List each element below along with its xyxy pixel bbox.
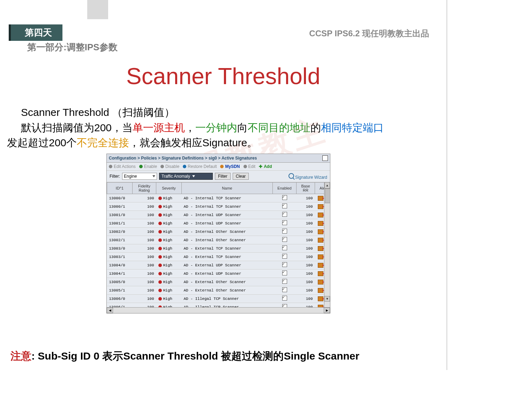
cell-id: 13004/0	[107, 261, 133, 269]
action-icon	[318, 246, 323, 251]
cell-enabled	[273, 295, 297, 303]
cell-name: AD - External Other Scanner	[182, 278, 273, 286]
cell-name: AD - Internal UDP Scanner	[182, 219, 273, 228]
cell-name: AD - Internal Other Scanner	[182, 228, 273, 236]
cell-severity: High	[156, 253, 182, 261]
cell-enabled	[273, 211, 297, 219]
cell-severity: High	[156, 269, 182, 278]
edit-button[interactable]: Edit	[243, 164, 256, 169]
cell-id: 13006/1	[107, 303, 133, 308]
checkbox-checked-icon[interactable]	[282, 212, 287, 217]
col-severity[interactable]: Severity	[156, 183, 182, 194]
cell-name: AD - External Other Scanner	[182, 286, 273, 295]
fn-c: 表示	[102, 350, 123, 362]
body-paragraph: Scanner Threshold （扫描阈值） 默认扫描阈值为200，当单一源…	[7, 105, 440, 150]
filter-button[interactable]: Filter	[215, 173, 231, 180]
plus-icon: ✚	[259, 164, 262, 169]
horizontal-scrollbar[interactable]: ◀ ▶	[107, 307, 330, 313]
filter-anomaly-combo[interactable]: Traffic Anomaly	[159, 173, 213, 180]
table-row[interactable]: 13004/1100HighAD - External UDP Scanner1…	[107, 269, 330, 278]
checkbox-checked-icon[interactable]	[282, 262, 287, 267]
action-icon	[318, 271, 323, 276]
checkbox-checked-icon[interactable]	[282, 237, 287, 242]
cell-base-rr: 100	[297, 278, 315, 286]
cell-fidelity: 100	[133, 236, 156, 244]
table-row[interactable]: 13006/1100HighAD - Illegal TCP Scanner10…	[107, 303, 330, 308]
enable-button[interactable]: Enable	[139, 164, 157, 169]
checkbox-checked-icon[interactable]	[282, 271, 287, 275]
col-id[interactable]: ID^1	[107, 183, 133, 194]
cell-base-rr: 100	[297, 295, 315, 303]
checkbox-checked-icon[interactable]	[282, 279, 287, 284]
cell-base-rr: 100	[297, 194, 315, 202]
cell-enabled	[273, 202, 297, 211]
checkbox-checked-icon[interactable]	[282, 245, 287, 250]
hscroll-track[interactable]	[113, 308, 324, 313]
edit-actions-button[interactable]: Edit Actions	[109, 164, 136, 169]
scroll-down-icon[interactable]: ▼	[324, 296, 330, 302]
cell-enabled	[273, 286, 297, 295]
col-base-rr[interactable]: Base RR	[297, 183, 315, 194]
footer-note: 注意: Sub-Sig ID 0 表示Scanner Threshold 被超过…	[10, 349, 359, 363]
signature-wizard-link[interactable]: Signature Wizard	[289, 173, 327, 180]
scroll-up-icon[interactable]: ▲	[324, 182, 330, 189]
checkbox-checked-icon[interactable]	[282, 229, 287, 234]
fn-e: 被超过检测的	[221, 350, 284, 362]
severity-high-icon	[158, 305, 162, 307]
cell-enabled	[273, 194, 297, 202]
filter-engine-combo[interactable]: Engine	[122, 173, 157, 180]
table-row[interactable]: 13000/0100HighAD - Internal TCP Scanner1…	[107, 194, 330, 202]
col-enabled[interactable]: Enabled	[273, 183, 297, 194]
checkbox-checked-icon[interactable]	[282, 204, 287, 208]
severity-high-icon	[158, 289, 162, 292]
cell-fidelity: 100	[133, 194, 156, 202]
vertical-scrollbar[interactable]: ▲ ▼	[324, 182, 330, 307]
col-fidelity[interactable]: Fidelity Rating	[133, 183, 156, 194]
cell-id: 13003/0	[107, 244, 133, 253]
cell-fidelity: 100	[133, 253, 156, 261]
restore-button[interactable]: Restore Default	[183, 164, 217, 169]
checkbox-checked-icon[interactable]	[282, 254, 287, 259]
checkbox-checked-icon[interactable]	[282, 296, 287, 301]
fn-d: Scanner Threshold	[123, 350, 221, 362]
table-row[interactable]: 13002/1100HighAD - Internal Other Scanne…	[107, 236, 330, 244]
cell-enabled	[273, 219, 297, 228]
edit-actions-label: Edit Actions	[114, 164, 136, 169]
restore-icon	[183, 165, 186, 168]
table-row[interactable]: 13003/1100HighAD - External TCP Scanner1…	[107, 253, 330, 261]
cell-severity: High	[156, 219, 182, 228]
scroll-right-icon[interactable]: ▶	[324, 308, 330, 313]
cell-fidelity: 100	[133, 228, 156, 236]
checkbox-checked-icon[interactable]	[282, 195, 287, 200]
table-row[interactable]: 13002/0100HighAD - Internal Other Scanne…	[107, 228, 330, 236]
cell-fidelity: 100	[133, 244, 156, 253]
col-name[interactable]: Name	[182, 183, 273, 194]
cell-name: AD - Internal TCP Scanner	[182, 202, 273, 211]
severity-high-icon	[158, 264, 162, 267]
window-control-icon[interactable]	[322, 155, 328, 161]
clear-button[interactable]: Clear	[233, 173, 249, 180]
checkbox-checked-icon[interactable]	[282, 304, 287, 307]
checkbox-checked-icon[interactable]	[282, 287, 287, 292]
cell-severity: High	[156, 228, 182, 236]
checkbox-checked-icon[interactable]	[282, 220, 287, 225]
cell-id: 13001/0	[107, 211, 133, 219]
table-row[interactable]: 13004/0100HighAD - External UDP Scanner1…	[107, 261, 330, 269]
cell-name: AD - Illegal TCP Scanner	[182, 303, 273, 308]
cell-name: AD - Illegal TCP Scanner	[182, 295, 273, 303]
table-row[interactable]: 13001/0100HighAD - Internal UDP Scanner1…	[107, 211, 330, 219]
add-button[interactable]: ✚Add	[259, 164, 272, 169]
fn-f: Single Scanner	[284, 350, 359, 362]
scroll-thumb[interactable]	[325, 189, 330, 203]
disable-button[interactable]: Disable	[160, 164, 179, 169]
scroll-left-icon[interactable]: ◀	[107, 308, 113, 313]
cell-fidelity: 100	[133, 286, 156, 295]
table-row[interactable]: 13003/0100HighAD - External TCP Scanner1…	[107, 244, 330, 253]
table-row[interactable]: 13001/1100HighAD - Internal UDP Scanner1…	[107, 219, 330, 228]
table-row[interactable]: 13005/1100HighAD - External Other Scanne…	[107, 286, 330, 295]
table-row[interactable]: 13000/1100HighAD - Internal TCP Scanner1…	[107, 202, 330, 211]
table-row[interactable]: 13005/0100HighAD - External Other Scanne…	[107, 278, 330, 286]
mysdn-button[interactable]: MySDN	[220, 164, 240, 169]
cell-name: AD - External UDP Scanner	[182, 261, 273, 269]
table-row[interactable]: 13006/0100HighAD - Illegal TCP Scanner10…	[107, 295, 330, 303]
